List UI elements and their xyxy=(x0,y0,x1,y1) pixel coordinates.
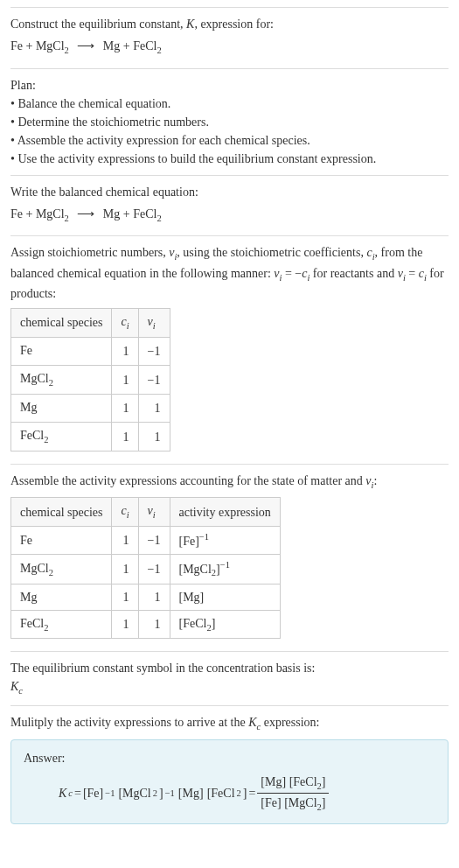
plan-bullet: • Use the activity expressions to build … xyxy=(10,150,449,168)
nu-sub: i xyxy=(153,321,156,331)
k-symbol: K xyxy=(248,716,256,729)
nui-cell: 1 xyxy=(138,584,170,610)
term-mgcl2-sub: 2 xyxy=(153,787,157,801)
reactant-fe: Fe xyxy=(10,39,23,52)
col-species: chemical species xyxy=(11,498,112,527)
kc-symbol: Kc xyxy=(10,677,449,698)
product-fecl2-sub: 2 xyxy=(156,46,161,55)
plan-bullet: • Assemble the activity expression for e… xyxy=(10,131,449,150)
stoich-text: Assign stoichiometric numbers, xyxy=(10,246,169,259)
activity-expr: [Fe] xyxy=(179,535,199,548)
term-mgcl2-a: [MgCl xyxy=(118,784,150,802)
fraction-numerator: [Mg] [FeCl2] xyxy=(257,773,329,794)
table-row: Fe 1 −1 [Fe]−1 xyxy=(11,527,281,555)
product-mg: Mg xyxy=(103,207,120,220)
species-cell: FeCl2 xyxy=(11,610,112,639)
activity-intro: Assemble the activity expressions accoun… xyxy=(10,472,449,493)
ci-cell: 1 xyxy=(112,584,138,610)
activity-close: ] xyxy=(212,617,216,630)
prompt-suffix: , expression for: xyxy=(194,18,274,31)
col-nui: νi xyxy=(138,309,170,338)
ci-cell: 1 xyxy=(112,366,138,395)
activity-section: Assemble the activity expressions accoun… xyxy=(10,464,449,652)
col-ci: ci xyxy=(112,498,138,527)
table-row: Fe 1 −1 xyxy=(11,337,170,366)
ci-cell: 1 xyxy=(112,394,138,423)
activity-expr: [MgCl xyxy=(179,562,212,575)
table-header-row: chemical species ci νi xyxy=(11,309,170,338)
table-row: Mg 1 1 [Mg] xyxy=(11,584,281,610)
nui-cell: 1 xyxy=(138,394,170,423)
c-sub: i xyxy=(127,510,129,520)
table-row: MgCl2 1 −1 xyxy=(11,366,170,395)
product-fecl2: FeCl xyxy=(133,39,156,52)
answer-label: Answer: xyxy=(24,749,435,767)
reactant-mgcl2: MgCl xyxy=(36,207,65,220)
balanced-title: Write the balanced chemical equation: xyxy=(10,183,449,201)
plan-bullet: • Determine the stoichiometric numbers. xyxy=(10,113,449,131)
k-symbol: K xyxy=(59,784,66,802)
activity-table: chemical species ci νi activity expressi… xyxy=(10,497,281,639)
plus-sign: + xyxy=(120,39,133,52)
k-sub: c xyxy=(68,787,73,801)
den-a: [Fe] [MgCl xyxy=(261,796,316,809)
species-sub: 2 xyxy=(49,567,53,577)
species-name: Fe xyxy=(20,534,32,547)
plus-sign: + xyxy=(120,207,133,220)
reactant-mgcl2-sub: 2 xyxy=(65,213,69,222)
species-sub: 2 xyxy=(44,623,48,633)
table-row: FeCl2 1 1 [FeCl2] xyxy=(11,610,281,639)
reactant-mgcl2: MgCl xyxy=(36,39,65,52)
term-fecl2-a: [FeCl xyxy=(207,784,235,802)
activity-text: : xyxy=(373,474,377,487)
mult-prefix: Mulitply the activity expressions to arr… xyxy=(10,716,248,729)
activity-cell: [Mg] xyxy=(170,584,280,610)
activity-sup: −1 xyxy=(220,560,230,570)
multiply-section: Mulitply the activity expressions to arr… xyxy=(10,705,449,831)
nui-cell: 1 xyxy=(138,423,170,452)
species-name: Mg xyxy=(20,591,37,604)
balanced-section: Write the balanced chemical equation: Fe… xyxy=(10,175,449,236)
kc-basis-section: The equilibrium constant symbol in the c… xyxy=(10,651,449,705)
ci-cell: 1 xyxy=(112,423,138,452)
reaction-arrow-icon: ⟶ xyxy=(77,205,94,223)
multiply-text: Mulitply the activity expressions to arr… xyxy=(10,713,449,734)
species-cell: FeCl2 xyxy=(11,423,112,452)
ci-cell: 1 xyxy=(112,554,138,584)
species-cell: Fe xyxy=(11,527,112,555)
stoich-section: Assign stoichiometric numbers, νi, using… xyxy=(10,235,449,464)
term-mg: [Mg] xyxy=(178,784,204,802)
num-b: ] xyxy=(322,775,326,788)
activity-expr: [Mg] xyxy=(179,591,205,604)
species-cell: MgCl2 xyxy=(11,366,112,395)
equals-sign: = xyxy=(74,784,81,802)
den-b: ] xyxy=(322,796,326,809)
c-sub: i xyxy=(127,321,129,331)
kc-expression: Kc = [Fe]−1 [MgCl2]−1 [Mg] [FeCl2] = [Mg… xyxy=(24,773,435,815)
fraction-denominator: [Fe] [MgCl2] xyxy=(257,794,329,815)
species-cell: Mg xyxy=(11,584,112,610)
fraction: [Mg] [FeCl2] [Fe] [MgCl2] xyxy=(257,773,329,815)
nui-cell: −1 xyxy=(138,337,170,366)
activity-cell: [Fe]−1 xyxy=(170,527,280,555)
product-fecl2-sub: 2 xyxy=(156,213,161,222)
species-name: FeCl xyxy=(20,429,44,442)
product-mg: Mg xyxy=(103,39,120,52)
activity-expr: [FeCl xyxy=(179,617,207,630)
species-name: Mg xyxy=(20,401,37,414)
activity-sup: −1 xyxy=(199,532,209,542)
reaction-equation: Fe + MgCl2 ⟶ Mg + FeCl2 xyxy=(10,37,449,58)
answer-box: Answer: Kc = [Fe]−1 [MgCl2]−1 [Mg] [FeCl… xyxy=(10,739,449,824)
ci-cell: 1 xyxy=(112,527,138,555)
nui-cell: 1 xyxy=(138,610,170,639)
term-mgcl2-b: ] xyxy=(159,784,163,802)
species-sub: 2 xyxy=(49,378,53,388)
nu-sub: i xyxy=(153,510,156,520)
species-cell: Mg xyxy=(11,394,112,423)
col-ci: ci xyxy=(112,309,138,338)
table-row: Mg 1 1 xyxy=(11,394,170,423)
stoich-intro: Assign stoichiometric numbers, νi, using… xyxy=(10,243,449,303)
species-cell: MgCl2 xyxy=(11,554,112,584)
equals-sign: = xyxy=(406,267,419,280)
mult-suffix: expression: xyxy=(261,716,319,729)
